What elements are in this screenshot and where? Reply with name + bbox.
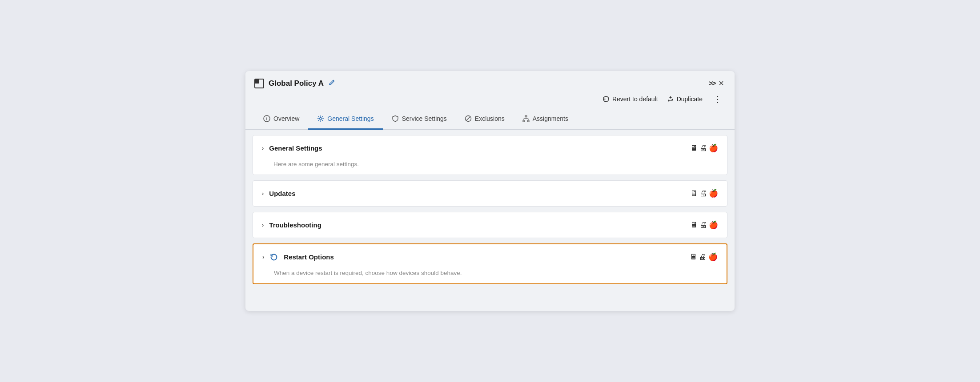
- svg-point-2: [668, 100, 669, 102]
- apple-icon4: 🍎: [708, 252, 718, 262]
- svg-point-6: [266, 117, 267, 118]
- svg-rect-10: [525, 115, 527, 117]
- section-updates-left: › Updates: [262, 190, 296, 197]
- section-troubleshooting-header[interactable]: › Troubleshooting 🖥 🖨 🍎: [253, 212, 727, 238]
- panel-title-text: Global Policy A: [269, 79, 324, 88]
- edit-title-icon[interactable]: [328, 79, 335, 88]
- gear-icon: [317, 115, 324, 122]
- section-restart-title: Restart Options: [284, 253, 334, 261]
- section-restart-desc: When a device restart is required, choos…: [253, 270, 727, 283]
- chevron-troubleshooting-icon: ›: [262, 222, 264, 228]
- section-restart-left: › Restart Options: [262, 253, 334, 262]
- tab-general-settings[interactable]: General Settings: [308, 109, 382, 130]
- expand-button[interactable]: >>: [709, 80, 715, 88]
- section-general-os-icons: 🖥 🖨 🍎: [690, 143, 718, 153]
- tabs-bar: Overview General Settings Service Settin…: [245, 109, 735, 130]
- tab-overview[interactable]: Overview: [254, 109, 308, 130]
- panel-header: Global Policy A >> ×: [245, 71, 735, 88]
- shield-icon: [392, 115, 399, 122]
- section-general-settings: › General Settings 🖥 🖨 🍎 Here are some g…: [253, 135, 727, 175]
- chevron-updates-icon: ›: [262, 190, 264, 197]
- section-updates-title: Updates: [269, 190, 295, 197]
- tab-exclusions[interactable]: Exclusions: [456, 109, 514, 130]
- section-updates-os-icons: 🖥 🖨 🍎: [690, 189, 718, 198]
- main-panel: Global Policy A >> × Revert to default: [245, 71, 735, 311]
- section-general-settings-header[interactable]: › General Settings 🖥 🖨 🍎: [253, 135, 727, 161]
- exclude-icon: [465, 115, 472, 122]
- windows-icon2: 🖥: [690, 189, 698, 198]
- section-updates-header[interactable]: › Updates 🖥 🖨 🍎: [253, 181, 727, 206]
- header-controls: >> ×: [709, 78, 724, 88]
- svg-rect-1: [255, 79, 259, 84]
- svg-point-3: [671, 99, 673, 100]
- windows-mobile-icon2: 🖨: [699, 189, 707, 198]
- svg-rect-11: [523, 120, 525, 122]
- network-icon: [522, 115, 530, 122]
- windows-icon3: 🖥: [690, 221, 698, 230]
- windows-icon4: 🖥: [690, 253, 697, 262]
- apple-icon: 🍎: [709, 143, 718, 153]
- section-troubleshooting-left: › Troubleshooting: [262, 221, 321, 229]
- apple-icon2: 🍎: [709, 189, 718, 198]
- section-troubleshooting-title: Troubleshooting: [269, 221, 321, 229]
- apple-icon3: 🍎: [709, 220, 718, 230]
- windows-mobile-icon4: 🖨: [699, 253, 707, 262]
- windows-mobile-icon3: 🖨: [699, 221, 707, 230]
- content-area: › General Settings 🖥 🖨 🍎 Here are some g…: [245, 135, 735, 284]
- section-restart-options: › Restart Options 🖥 🖨 🍎 When: [253, 243, 727, 284]
- section-general-left: › General Settings: [262, 144, 322, 152]
- windows-icon: 🖥: [690, 144, 698, 153]
- chevron-restart-icon: ›: [262, 254, 264, 260]
- chevron-general-icon: ›: [262, 145, 264, 151]
- section-general-desc: Here are some general settings.: [253, 161, 727, 175]
- revert-button[interactable]: Revert to default: [602, 96, 658, 103]
- windows-mobile-icon: 🖨: [699, 144, 707, 153]
- section-updates: › Updates 🖥 🖨 🍎: [253, 180, 727, 207]
- svg-point-7: [320, 118, 322, 120]
- section-troubleshooting: › Troubleshooting 🖥 🖨 🍎: [253, 212, 727, 238]
- more-options-button[interactable]: ⋮: [711, 94, 724, 104]
- tab-assignments[interactable]: Assignments: [514, 109, 577, 130]
- svg-rect-12: [527, 120, 529, 122]
- duplicate-icon: [667, 96, 674, 103]
- section-troubleshooting-os-icons: 🖥 🖨 🍎: [690, 220, 718, 230]
- info-icon: [263, 115, 270, 122]
- panel-box-icon: [254, 79, 264, 88]
- section-restart-os-icons: 🖥 🖨 🍎: [690, 252, 718, 262]
- revert-icon: [602, 96, 610, 103]
- panel-title-area: Global Policy A: [254, 79, 335, 88]
- restart-circle-icon: [269, 253, 278, 262]
- close-button[interactable]: ×: [719, 78, 724, 88]
- section-restart-header[interactable]: › Restart Options 🖥 🖨 🍎: [253, 244, 727, 270]
- duplicate-button[interactable]: Duplicate: [667, 96, 703, 103]
- svg-line-9: [466, 116, 470, 121]
- section-general-title: General Settings: [269, 144, 322, 152]
- tab-service-settings[interactable]: Service Settings: [383, 109, 456, 130]
- toolbar: Revert to default Duplicate ⋮: [245, 88, 735, 104]
